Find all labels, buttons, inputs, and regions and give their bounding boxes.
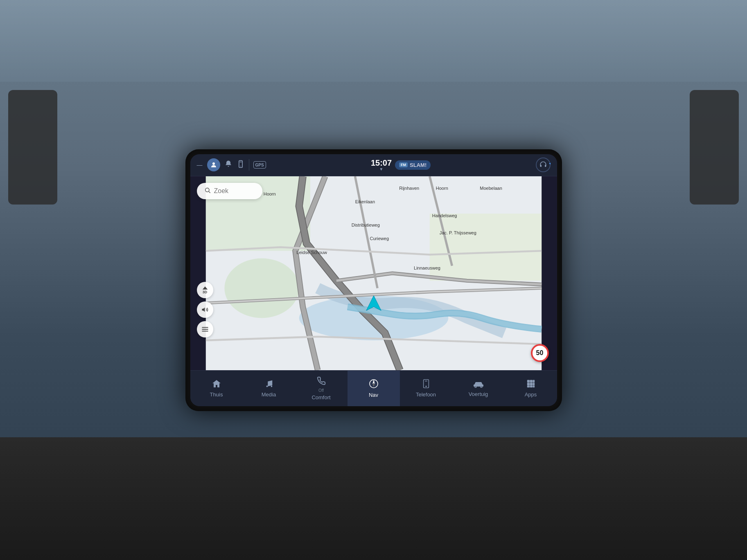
voertuig-label: Voertuig [469, 391, 488, 397]
screen-bezel: — [185, 149, 562, 411]
bell-icon[interactable] [224, 160, 232, 170]
nav-item-comfort[interactable]: Off Comfort [295, 371, 348, 406]
media-icon [264, 379, 273, 390]
svg-rect-30 [527, 380, 529, 382]
nav-item-voertuig[interactable]: Voertuig [452, 371, 505, 406]
svg-rect-32 [533, 380, 535, 382]
screen-inner: — [190, 154, 557, 406]
search-icon [204, 187, 211, 195]
user-icon[interactable] [207, 158, 220, 171]
apps-label: Apps [525, 391, 537, 398]
svg-rect-33 [527, 382, 529, 385]
thuis-label: Thuis [210, 391, 223, 398]
status-bar-left: — [197, 158, 266, 171]
nav-item-telefoon[interactable]: Telefoon [400, 371, 452, 406]
map-label-thijsseweg: Jac. P. Thijsseweg [440, 230, 476, 235]
nav-item-thuis[interactable]: Thuis [190, 371, 243, 406]
sound-wave-icon: ◂ [549, 162, 551, 165]
home-icon [212, 379, 221, 390]
svg-point-28 [475, 387, 476, 387]
map-controls: 3D [197, 282, 213, 337]
status-bar-right: ◂ [536, 157, 551, 172]
map-label-hoorn1: Hoorn [264, 191, 276, 196]
comfort-label: Comfort [311, 394, 330, 400]
headset-icon[interactable]: ◂ [536, 157, 551, 172]
nav-item-media[interactable]: Media [243, 371, 295, 406]
map-label-moebelaan: Moebelaan [480, 186, 502, 191]
speed-limit-value: 50 [536, 349, 544, 357]
nav-label: Nav [369, 392, 378, 398]
map-label-distributieweg: Distributieweg [352, 223, 380, 227]
car-background: — [0, 0, 747, 560]
map-label-hoorn2: Hoorn [436, 186, 448, 191]
nav-item-nav[interactable]: N Nav [348, 371, 400, 406]
comfort-sublabel: Off [318, 389, 324, 393]
gps-icon[interactable]: GPS [253, 161, 266, 169]
status-bar-center: 15:07 ▼ FM SLAM! [271, 159, 531, 171]
search-bar[interactable]: Zoek [197, 183, 262, 199]
svg-point-2 [240, 166, 241, 166]
radio-badge[interactable]: FM SLAM! [395, 160, 431, 170]
menu-dots[interactable]: — [197, 162, 203, 168]
map-label-rijnhaven: Rijnhaven [399, 186, 419, 191]
map-svg [190, 176, 557, 370]
svg-point-0 [212, 162, 215, 165]
map-label-linnaeusweg: Linnaeusweg [414, 265, 440, 270]
svg-rect-35 [533, 382, 535, 385]
svg-rect-36 [527, 385, 529, 387]
map-label-eikenlaan: Eikenlaan [355, 199, 375, 204]
svg-point-8 [224, 258, 299, 318]
nav-item-apps[interactable]: Apps [505, 371, 557, 406]
comfort-icon [317, 376, 326, 387]
svg-rect-38 [533, 385, 535, 387]
svg-rect-37 [530, 385, 532, 387]
media-label: Media [262, 391, 276, 398]
map-canvas: Hoorn Eikenlaan Rijnhaven Hoorn Moebelaa… [190, 176, 557, 370]
voertuig-icon [473, 380, 484, 389]
svg-point-29 [481, 387, 482, 387]
svg-rect-1 [239, 161, 242, 168]
telefoon-label: Telefoon [416, 391, 436, 398]
map-label-handelsweg: Handelsweg [432, 213, 457, 218]
svg-marker-13 [202, 286, 208, 290]
speed-limit-sign: 50 [531, 344, 549, 362]
nav-compass-icon: N [369, 379, 379, 390]
time-chevron: ▼ [371, 167, 392, 171]
svg-rect-34 [530, 382, 532, 385]
svg-point-11 [205, 188, 209, 191]
svg-line-12 [209, 191, 210, 193]
apps-icon [526, 379, 535, 390]
divider-1 [249, 159, 249, 171]
svg-marker-14 [202, 307, 205, 312]
volume-button[interactable] [197, 301, 213, 318]
telefoon-icon [422, 379, 430, 390]
time-display: 15:07 ▼ [371, 159, 392, 171]
map-area: Hoorn Eikenlaan Rijnhaven Hoorn Moebelaa… [190, 176, 557, 370]
fm-label: FM [399, 162, 408, 167]
bottom-nav: Thuis Media Off [190, 370, 557, 406]
3d-button[interactable]: 3D [197, 282, 213, 298]
menu-button[interactable] [197, 321, 213, 337]
svg-point-23 [426, 386, 427, 387]
phone-status-icon[interactable] [237, 160, 245, 170]
map-label-leidse: Leidse Schouw [296, 250, 327, 255]
clock-time: 15:07 [371, 159, 392, 167]
map-label-curieweg: Curieweg [370, 236, 389, 241]
status-bar: — [190, 154, 557, 176]
search-placeholder: Zoek [214, 187, 229, 195]
radio-station: SLAM! [410, 162, 427, 168]
svg-text:N: N [373, 380, 375, 382]
svg-marker-20 [372, 384, 375, 387]
svg-rect-31 [530, 380, 532, 382]
